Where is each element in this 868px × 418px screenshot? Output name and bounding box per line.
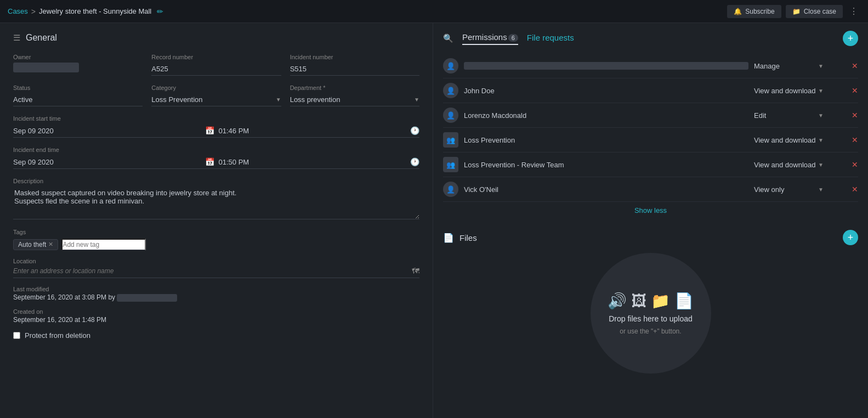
permission-select-row: ManageEditView and downloadView only▼ — [754, 62, 842, 70]
last-modified-section: Last modified September 16, 2020 at 3:08… — [13, 286, 419, 302]
files-section: 📄 Files + 🔊 🖼 📁 📄 Drop files here to upl… — [443, 230, 858, 374]
perm-name — [464, 62, 748, 70]
add-file-button[interactable]: + — [843, 230, 858, 245]
topbar: Cases > Jewelry store theft - Sunnyside … — [0, 0, 868, 23]
permission-select-row: ManageEditView and downloadView only▼ — [754, 87, 842, 95]
tab-permissions[interactable]: Permissions6 — [462, 32, 518, 45]
avatar: 👤 — [443, 108, 458, 123]
perm-name: John Doe — [464, 87, 748, 95]
drop-sub: or use the "+" button. — [620, 327, 681, 335]
file-drop-zone[interactable]: 🔊 🖼 📁 📄 Drop files here to upload or use… — [591, 253, 711, 374]
files-header: 📄 Files + — [443, 230, 858, 245]
description-input[interactable] — [13, 187, 419, 219]
breadcrumb-cases[interactable]: Cases — [8, 7, 28, 15]
add-permission-button[interactable]: + — [843, 31, 858, 46]
tab-file-requests[interactable]: File requests — [527, 33, 574, 44]
main-content: ☰ General Owner Record number A525 Incid… — [0, 23, 868, 418]
category-select[interactable]: Loss Prevention — [151, 95, 275, 104]
form-row-1: Owner Record number A525 Incident number… — [13, 54, 419, 76]
general-title: General — [26, 33, 57, 43]
image-icon: 🖼 — [631, 292, 646, 310]
incident-number-field: Incident number S515 — [290, 54, 419, 76]
doc-icon: 📄 — [674, 292, 694, 310]
form-row-4: Incident end time Sep 09 2020 📅 01:50 PM… — [13, 146, 419, 169]
table-row: 👤ManageEditView and downloadView only▼✕ — [443, 54, 858, 78]
drop-text: Drop files here to upload — [609, 314, 693, 323]
last-modified-label: Last modified — [13, 286, 419, 292]
bell-icon: 🔔 — [734, 8, 742, 15]
tag-chip: Auto theft ✕ — [13, 239, 58, 250]
clock-icon[interactable]: 🕐 — [410, 126, 419, 135]
calendar-icon[interactable]: 📅 — [205, 126, 214, 135]
left-panel: ☰ General Owner Record number A525 Incid… — [0, 23, 433, 418]
permission-select[interactable]: ManageEditView and downloadView only — [754, 62, 816, 70]
clock-end-icon[interactable]: 🕐 — [410, 157, 419, 166]
location-label: Location — [13, 258, 419, 264]
category-dropdown-arrow: ▼ — [276, 97, 281, 103]
status-field: Status Active — [13, 84, 143, 106]
tag-label: Auto theft — [18, 241, 46, 248]
permission-dropdown-arrow: ▼ — [818, 187, 824, 193]
location-section: Location 🗺 — [13, 258, 419, 278]
calendar-end-icon[interactable]: 📅 — [205, 157, 214, 166]
tags-row: Auto theft ✕ — [13, 239, 419, 250]
breadcrumb-separator: > — [31, 7, 36, 16]
close-case-button[interactable]: 📁 Close case — [786, 5, 843, 18]
permission-dropdown-arrow: ▼ — [818, 88, 824, 94]
incident-start-field: Incident start time Sep 09 2020 📅 01:46 … — [13, 115, 419, 138]
incident-start-date: Sep 09 2020 — [13, 127, 201, 135]
permission-select[interactable]: ManageEditView and downloadView only — [754, 111, 816, 120]
form-row-2: Status Active Category Loss Prevention ▼… — [13, 84, 419, 106]
permission-select[interactable]: ManageEditView and downloadView only — [754, 87, 816, 95]
permission-select-row: ManageEditView and downloadView only▼ — [754, 161, 842, 169]
folder-icon: 📁 — [792, 8, 801, 15]
remove-permission-icon[interactable]: ✕ — [852, 185, 858, 194]
record-number-value: A525 — [151, 63, 281, 76]
page-title: Jewelry store theft - Sunnyside Mall — [39, 7, 151, 15]
files-title: Files — [459, 233, 477, 242]
status-value: Active — [13, 93, 143, 106]
list-icon: ☰ — [13, 33, 20, 43]
location-input[interactable] — [13, 267, 407, 275]
created-value: September 16, 2020 at 1:48 PM — [13, 316, 419, 324]
permissions-list: 👤ManageEditView and downloadView only▼✕👤… — [443, 54, 858, 202]
map-icon[interactable]: 🗺 — [412, 267, 419, 275]
table-row: 👤Vick O'NeilManageEditView and downloadV… — [443, 177, 858, 202]
permission-select-row: ManageEditView and downloadView only▼ — [754, 111, 842, 120]
table-row: 👥Loss Prevention - Review TeamManageEdit… — [443, 152, 858, 177]
description-section: Description — [13, 178, 419, 221]
category-select-row[interactable]: Loss Prevention ▼ — [151, 93, 281, 106]
tag-remove-icon[interactable]: ✕ — [48, 241, 53, 248]
permissions-count: 6 — [508, 34, 518, 42]
department-select[interactable]: Loss prevention — [290, 95, 414, 104]
edit-icon[interactable]: ✏ — [157, 7, 163, 16]
right-panel: 🔍 Permissions6 File requests + 👤ManageEd… — [433, 23, 868, 418]
permissions-section: 🔍 Permissions6 File requests + 👤ManageEd… — [443, 31, 858, 219]
protect-label: Protect from deletion — [25, 331, 90, 340]
subscribe-button[interactable]: 🔔 Subscribe — [727, 5, 781, 18]
remove-permission-icon[interactable]: ✕ — [852, 61, 858, 70]
remove-permission-icon[interactable]: ✕ — [852, 111, 858, 120]
protect-checkbox[interactable] — [13, 332, 20, 339]
table-row: 👥Loss PreventionManageEditView and downl… — [443, 128, 858, 152]
record-number-field: Record number A525 — [151, 54, 281, 76]
description-label: Description — [13, 178, 419, 184]
permissions-header: 🔍 Permissions6 File requests + — [443, 31, 858, 46]
permission-select-row: ManageEditView and downloadView only▼ — [754, 185, 842, 194]
incident-end-datetime: Sep 09 2020 📅 01:50 PM 🕐 — [13, 155, 419, 169]
remove-permission-icon[interactable]: ✕ — [852, 135, 858, 144]
show-less-button[interactable]: Show less — [443, 202, 858, 219]
search-icon[interactable]: 🔍 — [443, 33, 453, 43]
table-row: 👤Lorenzo MacdonaldManageEditView and dow… — [443, 103, 858, 128]
permission-select[interactable]: ManageEditView and downloadView only — [754, 136, 816, 144]
more-options-icon[interactable]: ⋮ — [847, 6, 860, 16]
permission-select[interactable]: ManageEditView and downloadView only — [754, 161, 816, 169]
permission-select[interactable]: ManageEditView and downloadView only — [754, 185, 816, 194]
add-tag-input[interactable] — [61, 239, 146, 250]
remove-permission-icon[interactable]: ✕ — [852, 160, 858, 169]
remove-permission-icon[interactable]: ✕ — [852, 86, 858, 95]
permission-dropdown-arrow: ▼ — [818, 112, 824, 118]
incident-end-date: Sep 09 2020 — [13, 158, 201, 166]
department-select-row[interactable]: Loss prevention ▼ — [290, 93, 419, 106]
avatar: 👤 — [443, 83, 458, 98]
